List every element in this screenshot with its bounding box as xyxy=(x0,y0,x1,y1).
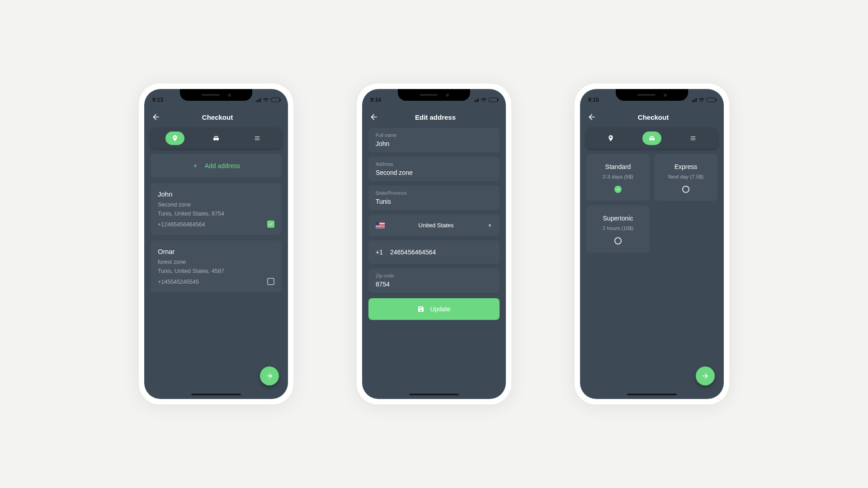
address-phone: +12465456464564 xyxy=(158,221,274,228)
option-info: 2 hours (10$) xyxy=(591,225,645,231)
address-line: Tunis, United States, 4587 xyxy=(158,268,274,274)
add-address-button[interactable]: Add address xyxy=(151,154,282,178)
device-notch xyxy=(398,89,470,101)
tab-summary[interactable] xyxy=(248,131,267,145)
tab-shipping[interactable] xyxy=(642,131,661,145)
battery-icon xyxy=(489,98,498,102)
address-input[interactable] xyxy=(376,169,492,176)
arrow-right-icon xyxy=(701,372,709,380)
dial-code: +1 xyxy=(376,249,383,256)
tab-address[interactable] xyxy=(165,131,184,145)
flag-icon xyxy=(376,222,385,228)
signal-icon xyxy=(692,98,697,102)
field-label: Address xyxy=(376,161,492,167)
shipping-option-superionic[interactable]: SuperIonic 2 hours (10$) xyxy=(586,206,650,253)
header: Checkout xyxy=(144,109,288,128)
address-name: Omar xyxy=(158,248,274,255)
device-notch xyxy=(616,89,688,101)
address-line: Second zone xyxy=(158,202,274,208)
tab-address[interactable] xyxy=(601,131,620,145)
signal-icon xyxy=(256,98,261,102)
option-radio[interactable] xyxy=(614,237,622,244)
header: Checkout xyxy=(580,109,724,128)
save-icon xyxy=(417,305,425,313)
pin-icon xyxy=(607,135,614,142)
address-line: Tunis, United States, 8754 xyxy=(158,211,274,217)
option-radio[interactable] xyxy=(682,186,689,193)
checkout-tabs xyxy=(151,128,282,149)
page-title: Edit address xyxy=(372,113,499,121)
tab-shipping[interactable] xyxy=(207,131,226,145)
state-input[interactable] xyxy=(376,198,492,205)
country-value: United States xyxy=(391,222,481,229)
checkout-tabs xyxy=(586,128,717,149)
fullname-input[interactable] xyxy=(376,140,492,147)
next-button[interactable] xyxy=(260,366,279,385)
phone-mockup-2: 9:14 Edit address Full name Address xyxy=(357,84,511,404)
next-button[interactable] xyxy=(696,366,715,385)
phone-field[interactable]: +1 2465456464564 xyxy=(368,240,500,264)
pin-icon xyxy=(171,135,179,142)
phone-mockup-3: 9:15 Checkout xyxy=(575,84,729,404)
field-label: Full name xyxy=(376,132,492,138)
home-indicator xyxy=(409,394,459,395)
update-label: Update xyxy=(430,305,450,313)
field-label: Zip code xyxy=(376,273,492,278)
shipping-option-express[interactable]: Express Next day (7.5$) xyxy=(654,154,717,201)
wifi-icon xyxy=(481,98,487,102)
home-indicator xyxy=(627,394,677,395)
address-card[interactable]: John Second zone Tunis, United States, 8… xyxy=(151,183,282,235)
address-card[interactable]: Omar forest zone Tunis, United States, 4… xyxy=(151,240,282,292)
option-name: Standard xyxy=(591,163,645,170)
wifi-icon xyxy=(698,98,705,102)
plus-icon xyxy=(192,163,198,169)
update-button[interactable]: Update xyxy=(368,298,500,320)
status-time: 9:15 xyxy=(588,97,599,103)
phone-mockup-1: 9:13 Checkout xyxy=(139,84,293,404)
option-radio[interactable] xyxy=(614,186,622,193)
check-icon xyxy=(269,222,273,226)
menu-icon xyxy=(254,135,261,141)
arrow-right-icon xyxy=(265,372,274,380)
home-indicator xyxy=(191,394,241,395)
add-address-label: Add address xyxy=(205,162,241,169)
address-name: John xyxy=(158,190,274,198)
signal-icon xyxy=(474,98,479,102)
car-icon xyxy=(648,135,656,142)
check-icon xyxy=(616,187,620,192)
battery-icon xyxy=(271,98,280,102)
page-title: Checkout xyxy=(590,113,717,121)
address-phone: +145545245545 xyxy=(158,279,274,285)
phone-value: 2465456464564 xyxy=(390,249,436,256)
status-time: 9:14 xyxy=(370,97,381,103)
chevron-down-icon: ▼ xyxy=(487,223,492,228)
option-info: 2-3 days (5$) xyxy=(591,174,645,179)
zip-field[interactable]: Zip code xyxy=(368,268,500,293)
page-title: Checkout xyxy=(154,113,281,121)
battery-icon xyxy=(707,98,716,102)
fullname-field[interactable]: Full name xyxy=(368,128,500,152)
address-field[interactable]: Address xyxy=(368,157,500,181)
wifi-icon xyxy=(263,98,269,102)
state-field[interactable]: State/Province xyxy=(368,186,500,210)
header: Edit address xyxy=(362,109,506,128)
country-select[interactable]: United States ▼ xyxy=(368,215,500,236)
zip-input[interactable] xyxy=(376,281,492,288)
shipping-option-standard[interactable]: Standard 2-3 days (5$) xyxy=(586,154,650,201)
address-line: forest zone xyxy=(158,259,274,265)
address-select-checkbox[interactable] xyxy=(267,221,274,228)
tab-summary[interactable] xyxy=(684,131,703,145)
field-label: State/Province xyxy=(376,190,492,196)
device-notch xyxy=(180,89,252,101)
address-select-checkbox[interactable] xyxy=(267,278,274,285)
status-time: 9:13 xyxy=(152,97,163,103)
option-info: Next day (7.5$) xyxy=(659,174,713,179)
menu-icon xyxy=(689,135,697,141)
option-name: SuperIonic xyxy=(591,215,645,222)
option-name: Express xyxy=(659,163,713,170)
car-icon xyxy=(212,135,220,142)
